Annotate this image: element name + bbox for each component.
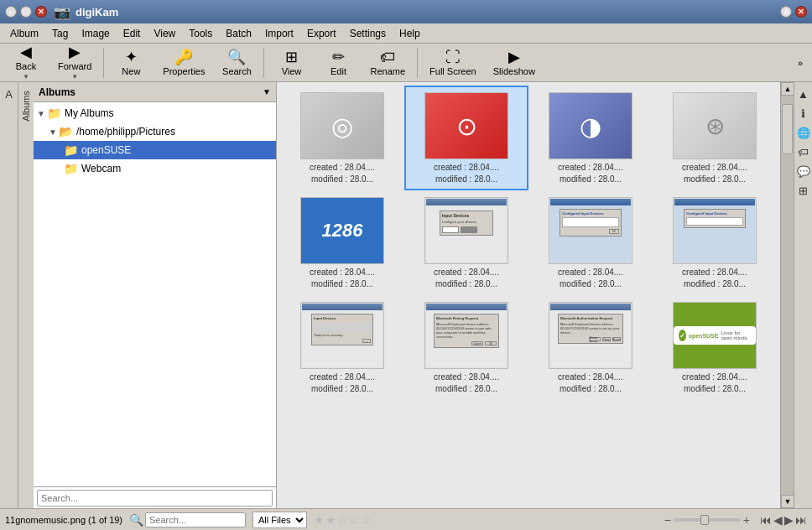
myalbums-icon: 📁: [47, 107, 61, 120]
tree-item-opensuse[interactable]: 📁 openSUSE: [34, 141, 276, 159]
search-label: Search: [222, 66, 252, 76]
photo-thumb-3: ◑: [549, 92, 632, 159]
menu-export[interactable]: Export: [300, 26, 343, 41]
photo-cell-11[interactable]: Bluetooth Authorization Request Microsof…: [528, 295, 653, 400]
minimize-button[interactable]: –: [5, 6, 17, 18]
photo-meta-12: created : 28.04.... modified : 28.0...: [682, 372, 747, 395]
maximize-button[interactable]: □: [20, 6, 32, 18]
menu-album[interactable]: Album: [3, 26, 45, 41]
album-panel-toggle[interactable]: ▼: [263, 87, 271, 96]
edit-button[interactable]: ✏ Edit: [315, 46, 361, 80]
photo-cell-8[interactable]: Configured Input Devices created : 28.04…: [653, 190, 777, 295]
gallery-panel-icon[interactable]: ⊞: [795, 182, 812, 199]
nav-last-button[interactable]: ⏭: [795, 513, 807, 527]
search-button[interactable]: 🔍 Search: [214, 46, 259, 80]
photo-cell-10[interactable]: Bluetooth Pairing Request Microsoft Keyb…: [404, 295, 528, 400]
tree-item-myalbums[interactable]: ▼ 📁 My Albums: [34, 104, 276, 122]
nav-prev-button[interactable]: ◀: [773, 513, 783, 527]
menu-help[interactable]: Help: [393, 26, 427, 41]
photo-cell-5[interactable]: 1286 created : 28.04.... modified : 28.0…: [280, 190, 404, 295]
slideshow-button[interactable]: ▶ Slideshow: [486, 46, 543, 80]
status-filter-select[interactable]: All Files Images Movies Audio: [252, 512, 307, 528]
photo-created-10: created : 28.04....: [434, 372, 499, 383]
photo-meta-9: created : 28.04.... modified : 28.0...: [310, 372, 375, 395]
tree-item-pictures[interactable]: ▼ 📂 /home/philipp/Pictures: [34, 122, 276, 141]
menu-image[interactable]: Image: [75, 26, 116, 41]
photo-meta-1: created : 28.04.... modified : 28.0...: [310, 162, 375, 185]
comment-panel-icon[interactable]: 💬: [795, 163, 812, 179]
tag-panel-icon[interactable]: 🏷: [795, 143, 812, 160]
info-panel-icon[interactable]: ℹ: [795, 105, 812, 122]
new-button[interactable]: ✦ New: [108, 46, 154, 80]
toolbar-more-button[interactable]: »: [792, 46, 809, 80]
photo-meta-2: created : 28.04.... modified : 28.0...: [434, 162, 499, 185]
photo-cell-6[interactable]: Input Devices Configure your devices cre…: [404, 190, 528, 295]
globe-panel-icon[interactable]: 🌐: [795, 124, 812, 141]
photo-cell-2[interactable]: ⊙ created : 28.04.... modified : 28.0...: [404, 86, 528, 190]
forward-label: Forward: [58, 61, 91, 71]
photo-thumb-10: Bluetooth Pairing Request Microsoft Keyb…: [424, 302, 508, 369]
menu-view[interactable]: View: [147, 26, 182, 41]
albums-vertical-tab[interactable]: Albums: [18, 82, 34, 508]
scrollbar-track[interactable]: [781, 96, 794, 495]
back-button[interactable]: ◀ Back ▼: [3, 46, 49, 80]
scrollbar-thumb[interactable]: [782, 104, 793, 154]
album-search-input[interactable]: [37, 490, 273, 507]
toolbar: ◀ Back ▼ ▶ Forward ▼ ✦ New 🔑 Properties …: [0, 44, 812, 82]
photo-cell-7[interactable]: Configured Input Devices: OK created : 2…: [528, 190, 653, 295]
titlebar: – □ ✕ 📷 digiKam ∧ ✕: [0, 0, 812, 23]
menu-batch[interactable]: Batch: [219, 26, 258, 41]
statusbar: 11gnomemusic.png (1 of 19) 🔍 All Files I…: [0, 508, 812, 530]
menu-tag[interactable]: Tag: [45, 26, 75, 41]
photo-meta-8: created : 28.04.... modified : 28.0...: [682, 267, 747, 290]
forward-icon: ▶: [69, 44, 81, 60]
titlebar-collapse[interactable]: ∧: [780, 6, 792, 18]
rename-button[interactable]: 🏷 Rename: [362, 46, 413, 80]
nav-next-button[interactable]: ▶: [784, 513, 794, 527]
photo-cell-4[interactable]: ⊛ created : 28.04.... modified : 28.0...: [653, 86, 777, 190]
photo-cell-1[interactable]: ◎ created : 28.04.... modified : 28.0...: [280, 86, 404, 190]
photo-created-1: created : 28.04....: [310, 162, 375, 174]
tree-item-webcam[interactable]: 📁 Webcam: [34, 159, 276, 178]
photo-modified-6: modified : 28.0...: [434, 278, 499, 290]
screenshot-10: Bluetooth Pairing Request Microsoft Keyb…: [425, 303, 508, 368]
nav-first-button[interactable]: ⏮: [760, 513, 772, 527]
arrow-up-icon[interactable]: ▲: [795, 86, 812, 102]
menu-import[interactable]: Import: [258, 26, 300, 41]
status-search-input[interactable]: [145, 512, 246, 527]
photo-modified-7: modified : 28.0...: [558, 278, 623, 290]
photo-cell-3[interactable]: ◑ created : 28.04.... modified : 28.0...: [528, 86, 653, 190]
zoom-in-button[interactable]: +: [743, 513, 750, 527]
scroll-up-arrow[interactable]: ▲: [781, 82, 794, 96]
zoom-out-button[interactable]: −: [664, 513, 671, 527]
photo-cell-9[interactable]: Input Devices Thank you for connecting..…: [280, 295, 404, 400]
screenshot-7: Configured Input Devices: OK: [549, 198, 632, 263]
photo-created-8: created : 28.04....: [682, 267, 747, 278]
menu-settings[interactable]: Settings: [343, 26, 393, 41]
nav-controls: ⏮ ◀ ▶ ⏭: [760, 513, 807, 527]
properties-button[interactable]: 🔑 Properties: [155, 46, 212, 80]
zoom-slider[interactable]: [674, 518, 741, 522]
photo-modified-4: modified : 28.0...: [682, 174, 747, 185]
photo-modified-12: modified : 28.0...: [682, 383, 747, 395]
status-stars[interactable]: ★★☆☆☆: [314, 513, 372, 527]
photo-grid: ◎ created : 28.04.... modified : 28.0...…: [277, 82, 780, 508]
titlebar-close2[interactable]: ✕: [795, 6, 807, 18]
photo-cell-12[interactable]: ✓ openSUSE Linux for open minds. created…: [653, 295, 777, 400]
zoom-slider-thumb[interactable]: [700, 515, 709, 525]
fullscreen-button[interactable]: ⛶ Full Screen: [422, 46, 484, 80]
photo-created-12: created : 28.04....: [682, 372, 747, 383]
tree-toggle-pictures: ▼: [49, 127, 57, 137]
view-button[interactable]: ⊞ View: [268, 46, 314, 80]
menu-edit[interactable]: Edit: [117, 26, 148, 41]
forward-button[interactable]: ▶ Forward ▼: [50, 46, 99, 80]
menu-tools[interactable]: Tools: [182, 26, 219, 41]
view-icon: ⊞: [285, 49, 298, 65]
photo-modified-2: modified : 28.0...: [434, 174, 499, 185]
scroll-down-arrow[interactable]: ▼: [781, 495, 794, 508]
close-button[interactable]: ✕: [35, 6, 47, 18]
more-icon: »: [798, 58, 803, 68]
screenshot-11: Bluetooth Authorization Request Microsof…: [549, 303, 632, 368]
albums-tab-icon[interactable]: A: [1, 86, 18, 102]
edit-icon: ✏: [332, 49, 345, 65]
